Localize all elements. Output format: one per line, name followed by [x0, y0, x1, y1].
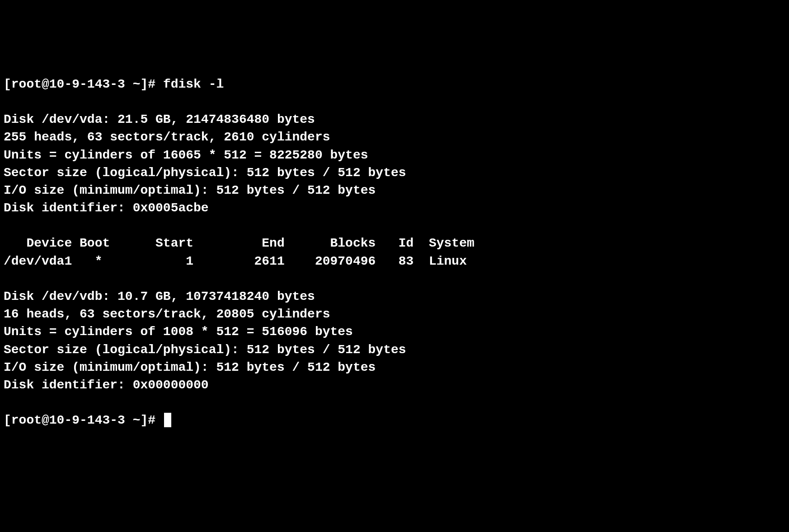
disk-identifier-line: Disk identifier: 0x0005acbe — [4, 201, 209, 215]
shell-prompt: [root@10-9-143-3 ~]# — [4, 77, 155, 91]
terminal-cursor[interactable] — [164, 413, 171, 427]
disk-geometry-line: 16 heads, 63 sectors/track, 20805 cylind… — [4, 307, 330, 321]
terminal-output[interactable]: [root@10-9-143-3 ~]# fdisk -l Disk /dev/… — [4, 75, 785, 429]
command-text: fdisk -l — [163, 77, 224, 91]
disk-sector-size-line: Sector size (logical/physical): 512 byte… — [4, 343, 406, 357]
partition-table-row: /dev/vda1 * 1 2611 20970496 83 Linux — [4, 254, 467, 268]
disk-units-line: Units = cylinders of 16065 * 512 = 82252… — [4, 148, 368, 162]
disk-io-size-line: I/O size (minimum/optimal): 512 bytes / … — [4, 183, 376, 197]
disk-geometry-line: 255 heads, 63 sectors/track, 2610 cylind… — [4, 130, 330, 144]
disk-sector-size-line: Sector size (logical/physical): 512 byte… — [4, 166, 406, 180]
disk-header-line: Disk /dev/vda: 21.5 GB, 21474836480 byte… — [4, 112, 315, 126]
shell-prompt: [root@10-9-143-3 ~]# — [4, 413, 155, 427]
disk-units-line: Units = cylinders of 1008 * 512 = 516096… — [4, 325, 353, 339]
partition-table-header: Device Boot Start End Blocks Id System — [4, 236, 474, 250]
disk-identifier-line: Disk identifier: 0x00000000 — [4, 378, 209, 392]
disk-io-size-line: I/O size (minimum/optimal): 512 bytes / … — [4, 360, 376, 374]
disk-header-line: Disk /dev/vdb: 10.7 GB, 10737418240 byte… — [4, 289, 315, 303]
